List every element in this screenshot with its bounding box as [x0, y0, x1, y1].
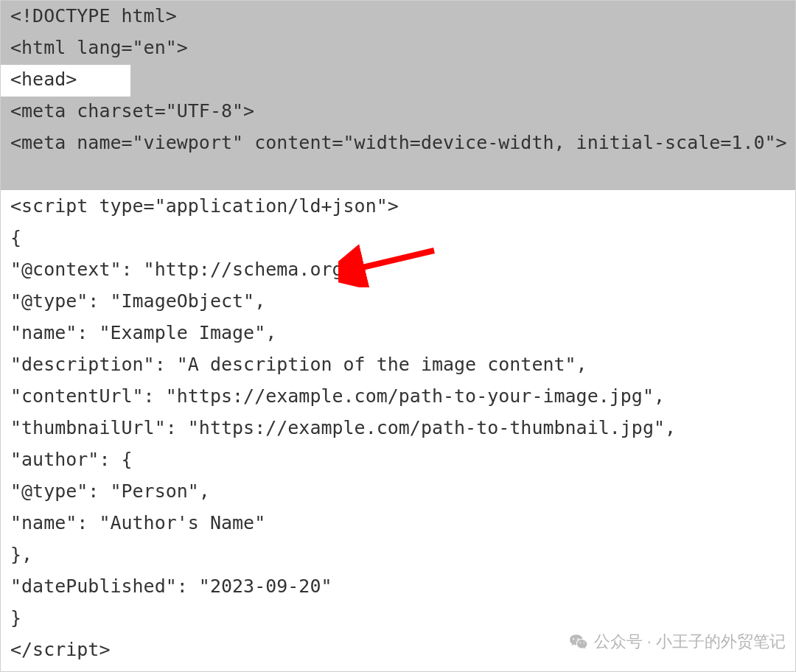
watermark: 公众号 · 小王子的外贸笔记: [569, 626, 786, 657]
code-line: <script type="application/ld+json">: [10, 195, 399, 217]
code-line: <html lang="en">: [10, 37, 188, 58]
code-line: <meta name="viewport" content="width=dev…: [10, 132, 787, 153]
code-line: "description": "A description of the ima…: [10, 354, 587, 375]
code-line: <!DOCTYPE html>: [10, 5, 177, 27]
code-line: },: [10, 544, 32, 565]
code-line: "@type": "Person",: [10, 480, 210, 502]
code-line: <head>: [10, 69, 77, 90]
code-line: "datePublished": "2023-09-20": [10, 575, 332, 597]
code-line: </script>: [10, 639, 110, 660]
code-line: "contentUrl": "https://example.com/path-…: [10, 385, 665, 407]
watermark-text: 公众号 · 小王子的外贸笔记: [594, 626, 786, 657]
code-line: "name": "Author's Name": [10, 512, 265, 533]
code-line: <meta charset="UTF-8">: [10, 100, 254, 122]
code-line: "@type": "ImageObject",: [10, 290, 265, 312]
code-line: }: [10, 607, 21, 629]
wechat-icon: [569, 632, 588, 651]
code-line: "author": {: [10, 449, 133, 470]
code-line: "@context": "http://schema.org",: [10, 259, 366, 280]
code-line: "name": "Example Image",: [10, 322, 276, 343]
code-line: {: [10, 227, 21, 248]
code-line: "thumbnailUrl": "https://example.com/pat…: [10, 417, 676, 438]
code-snippet: <!DOCTYPE html> <html lang="en"> <head> …: [0, 0, 796, 672]
